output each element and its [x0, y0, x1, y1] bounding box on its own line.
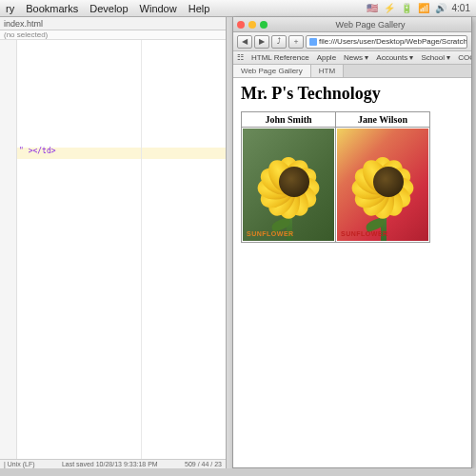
editor-tab[interactable]: index.html: [0, 17, 226, 30]
editor-statusbar: | Unix (LF) Last saved 10/28/13 9:33:18 …: [0, 459, 226, 468]
bookmark-item[interactable]: Apple: [317, 53, 336, 62]
window-title: Web Page Gallery: [273, 20, 467, 30]
sunflower-image-red: SUNFLOWER: [337, 129, 428, 241]
menu-item[interactable]: ry: [6, 3, 14, 14]
wifi-icon: 📶: [418, 3, 429, 13]
battery-icon: 🔋: [401, 3, 412, 13]
volume-icon: 🔊: [435, 3, 446, 13]
safari-window: Web Page Gallery ◀ ▶ ⤴ ＋ file:///Users/u…: [232, 17, 472, 468]
minimize-icon[interactable]: [248, 21, 256, 29]
editor-window: index.html (no selected) " ></td> | Unix…: [0, 17, 227, 468]
tab-gallery[interactable]: Web Page Gallery: [233, 65, 311, 77]
gallery-cell: SUNFLOWER: [336, 128, 430, 243]
tab-html[interactable]: HTM: [311, 65, 344, 77]
menu-item[interactable]: Develop: [89, 3, 128, 14]
menu-item[interactable]: Window: [140, 3, 177, 14]
sunflower-image-green: SUNFLOWER: [243, 129, 334, 241]
share-button[interactable]: ⤴: [271, 35, 287, 49]
image-caption: SUNFLOWER: [341, 230, 388, 237]
bookmark-item[interactable]: Accounts ▾: [376, 53, 413, 62]
back-button[interactable]: ◀: [237, 35, 252, 49]
bookmarks-bar: ☷ HTML Reference Apple News ▾ Accounts ▾…: [233, 51, 471, 65]
mac-menubar: ry Bookmarks Develop Window Help 🇺🇸 ⚡ 🔋 …: [0, 0, 476, 17]
clock: 4:01: [452, 3, 470, 13]
code-fragment: " ></td>: [19, 147, 56, 155]
page-content: Mr. P's Technology John Smith Jane Wilso…: [233, 78, 471, 248]
forward-button[interactable]: ▶: [254, 35, 269, 49]
column-header: Jane Wilson: [336, 112, 430, 128]
page-heading: Mr. P's Technology: [241, 84, 464, 104]
bookmark-item[interactable]: News ▾: [344, 53, 368, 62]
safari-tabbar: Web Page Gallery HTM: [233, 65, 471, 78]
menu-item[interactable]: Help: [188, 3, 210, 14]
close-icon[interactable]: [237, 21, 245, 29]
image-caption: SUNFLOWER: [247, 230, 294, 237]
column-header: John Smith: [242, 112, 336, 128]
url-field[interactable]: file:///Users/user/Desktop/WebPage/Scrat…: [306, 35, 467, 49]
safari-toolbar: ◀ ▶ ⤴ ＋ file:///Users/user/Desktop/WebPa…: [233, 32, 471, 51]
line-gutter: [0, 40, 17, 459]
flag-icon: 🇺🇸: [367, 3, 378, 13]
bookmark-item[interactable]: COOKING ▾: [458, 53, 471, 62]
code-area[interactable]: " ></td>: [17, 40, 226, 459]
bottom-strip: [0, 468, 476, 476]
zoom-icon[interactable]: [260, 21, 268, 29]
gallery-table: John Smith Jane Wilson: [241, 111, 430, 243]
safari-titlebar: Web Page Gallery: [233, 17, 471, 32]
editor-subtitle: (no selected): [0, 30, 226, 40]
power-icon: ⚡: [384, 3, 395, 13]
bookmark-button[interactable]: ＋: [288, 35, 304, 49]
desktop: index.html (no selected) " ></td> | Unix…: [0, 17, 476, 476]
bookmark-item[interactable]: HTML Reference: [251, 53, 309, 62]
gallery-cell: SUNFLOWER: [242, 128, 336, 243]
page-icon: [309, 38, 317, 46]
menu-item[interactable]: Bookmarks: [26, 3, 78, 14]
bookmark-item[interactable]: School ▾: [421, 53, 450, 62]
bookmarks-menu-icon[interactable]: ☷: [237, 53, 244, 62]
